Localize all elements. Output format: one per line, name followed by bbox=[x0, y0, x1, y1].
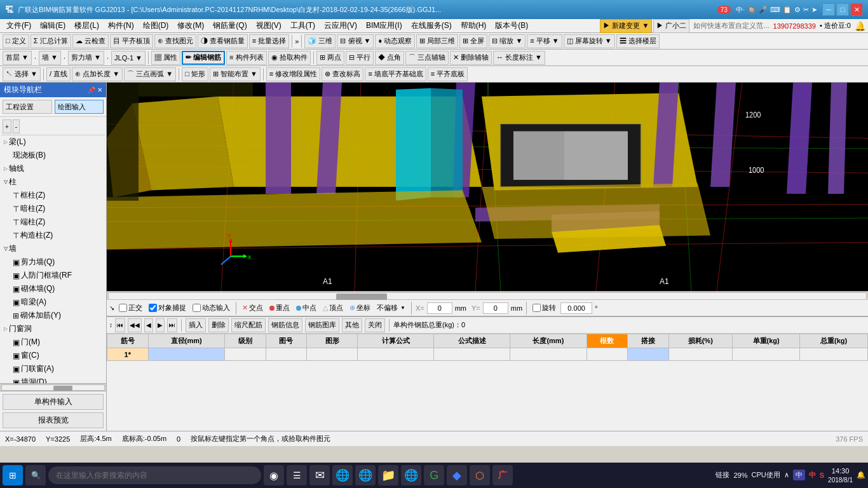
btn-3d[interactable]: 🧊 三维 bbox=[304, 34, 336, 48]
snap-coord[interactable]: ⊕ 坐标 bbox=[348, 302, 372, 313]
cell-desc[interactable] bbox=[510, 348, 587, 361]
tree-door-window-combo[interactable]: ▣ 门联窗(A) bbox=[10, 362, 105, 376]
tree-tool-plus[interactable]: + bbox=[3, 119, 11, 133]
cell-fig-no[interactable] bbox=[307, 348, 358, 361]
menu-rebar-qty[interactable]: 钢筋量(Q) bbox=[209, 19, 250, 32]
close-button[interactable]: ✕ bbox=[850, 3, 863, 16]
btn-del-aux[interactable]: ✕ 删除辅轴 bbox=[450, 51, 492, 65]
shear-wall-select[interactable]: 剪力墙 ▼ bbox=[68, 51, 104, 65]
dynamic-input-checkbox[interactable] bbox=[193, 304, 201, 312]
btn-batch-select[interactable]: ≡ 批量选择 bbox=[249, 34, 289, 48]
btn-mod-seg[interactable]: ≡ 修改增段属性 bbox=[266, 67, 320, 81]
btn-zoom[interactable]: ⊟ 缩放 ▼ bbox=[489, 34, 526, 48]
btn-calc[interactable]: Σ 汇总计算 bbox=[31, 34, 71, 48]
menu-version[interactable]: 版本号(B) bbox=[491, 19, 532, 32]
btn-fullscreen[interactable]: ⊞ 全屏 bbox=[459, 34, 487, 48]
app-icon-4[interactable]: 📁 bbox=[378, 465, 398, 485]
new-change-btn[interactable]: ▶ 新建变更 ▼ bbox=[600, 19, 652, 33]
btn-edit-rebar[interactable]: ✏ 编辑钢筋 bbox=[182, 51, 225, 65]
menu-component[interactable]: 构件(N) bbox=[104, 19, 138, 32]
tree-civil-defense-wall[interactable]: ▣ 人防门框墙(RF bbox=[10, 269, 105, 282]
btn-engineering[interactable]: 工程设置 bbox=[3, 100, 52, 114]
tree-masonry-rebar[interactable]: ⊞ 砌体加筋(Y) bbox=[10, 309, 105, 322]
btn-3pts-arc[interactable]: ⌒ 三点画弧 ▼ bbox=[124, 67, 176, 81]
app-icon-8[interactable]: ⬡ bbox=[470, 465, 490, 485]
btn-pick[interactable]: ◉ 拾取构件 bbox=[268, 51, 311, 65]
tree-window[interactable]: ▣ 窗(C) bbox=[10, 349, 105, 362]
app-icon-7[interactable]: ◆ bbox=[447, 465, 467, 485]
cell-length[interactable] bbox=[587, 348, 628, 361]
btn-nav-next[interactable]: ▶ bbox=[156, 318, 165, 332]
rotate-checkbox[interactable] bbox=[532, 304, 541, 312]
menu-file[interactable]: 文件(F) bbox=[3, 19, 35, 32]
maximize-button[interactable]: □ bbox=[836, 3, 849, 16]
btn-scale-rebar[interactable]: 缩尺配筋 bbox=[231, 318, 266, 332]
tree-end-col[interactable]: ⊤ 端柱(Z) bbox=[10, 215, 105, 229]
tree-masonry-wall[interactable]: ▣ 砌体墙(Q) bbox=[10, 282, 105, 295]
btn-rebar-lib[interactable]: 钢筋图库 bbox=[305, 318, 339, 332]
btn-flat-slab[interactable]: 目 平齐板顶 bbox=[110, 34, 153, 48]
btn-cloud-check[interactable]: ☁ 云检查 bbox=[72, 34, 109, 48]
minimize-button[interactable]: ─ bbox=[822, 3, 835, 16]
snap-no-offset[interactable]: 不偏移 ▼ bbox=[375, 302, 407, 313]
cell-splice[interactable] bbox=[668, 348, 732, 361]
tree-hidden-beam[interactable]: ▣ 暗梁(A) bbox=[10, 295, 105, 309]
notification-icon[interactable]: 🔔 bbox=[857, 471, 865, 479]
snap-vertex[interactable]: △ 顶点 bbox=[321, 302, 345, 313]
table-row[interactable]: 1* bbox=[107, 348, 868, 361]
tree-door[interactable]: ▣ 门(M) bbox=[10, 336, 105, 349]
h-scroll-thumb[interactable] bbox=[336, 294, 387, 300]
cell-loss[interactable] bbox=[732, 348, 800, 361]
antivirus-icon[interactable]: S bbox=[820, 471, 824, 479]
dynamic-input-toggle[interactable]: 动态输入 bbox=[191, 302, 232, 313]
tree-dark-col[interactable]: ⊤ 暗柱(Z) bbox=[10, 202, 105, 215]
btn-nav-last[interactable]: ⏭ bbox=[167, 318, 177, 332]
menu-modify[interactable]: 修改(M) bbox=[173, 19, 208, 32]
menu-draw[interactable]: 绘图(D) bbox=[139, 19, 173, 32]
btn-rebar-info[interactable]: 钢筋信息 bbox=[268, 318, 302, 332]
snap-midpoint[interactable]: 重点 bbox=[268, 302, 292, 313]
orthogonal-toggle[interactable]: 正交 bbox=[117, 302, 144, 313]
btn-report-preview[interactable]: 报表预览 bbox=[3, 412, 104, 428]
btn-floor-level[interactable]: ≡ 平齐底板 bbox=[428, 67, 468, 81]
menu-floor[interactable]: 楼层(L) bbox=[71, 19, 103, 32]
app-icon-2[interactable]: 🌐 bbox=[332, 465, 353, 485]
task-view-icon[interactable]: ☰ bbox=[287, 465, 307, 485]
sidebar-scrollbar[interactable] bbox=[0, 383, 106, 391]
btn-nav-prev2[interactable]: ◀◀ bbox=[128, 318, 142, 332]
btn-smart-layout[interactable]: ⊞ 智能布置 ▼ bbox=[210, 67, 261, 81]
tree-tool-minus[interactable]: - bbox=[13, 119, 20, 133]
btn-three-arc[interactable]: ⌒ 三点辅轴 bbox=[405, 51, 449, 65]
h-scrollbar-container[interactable] bbox=[107, 291, 868, 300]
btn-base-align[interactable]: ≡ 墙底平齐基础底 bbox=[365, 67, 426, 81]
menu-tools[interactable]: 工具(T) bbox=[287, 19, 319, 32]
btn-rebar-insert[interactable]: 插入 bbox=[186, 318, 206, 332]
y-input[interactable] bbox=[483, 302, 508, 314]
menu-cloud[interactable]: 云应用(V) bbox=[320, 19, 361, 32]
app-icon-3[interactable]: 🌐 bbox=[355, 465, 376, 485]
object-snap-checkbox[interactable] bbox=[149, 304, 157, 312]
btn-view-rebar[interactable]: ◑ 查看钢筋量 bbox=[198, 34, 248, 48]
btn-single-input[interactable]: 单构件输入 bbox=[3, 394, 104, 410]
tree-frame-col[interactable]: ⊤ 框柱(Z) bbox=[10, 189, 105, 202]
menu-help[interactable]: 帮助(H) bbox=[457, 19, 491, 32]
company-btn[interactable]: ▶ 广小二 bbox=[653, 19, 689, 33]
menu-bim[interactable]: BIM应用(I) bbox=[362, 19, 406, 32]
btn-corner[interactable]: ◆ 点角 bbox=[375, 51, 404, 65]
lang-icon[interactable]: 中 bbox=[793, 470, 805, 480]
tray-expand[interactable]: ∧ bbox=[784, 471, 789, 479]
rotate-toggle[interactable]: 旋转 bbox=[531, 302, 558, 313]
btn-pan[interactable]: ≡ 平移 ▼ bbox=[527, 34, 562, 48]
btn-length-mark[interactable]: ↔ 长度标注 ▼ bbox=[493, 51, 545, 65]
x-input[interactable] bbox=[427, 302, 452, 314]
tree-cast-slab[interactable]: 现浇板(B) bbox=[10, 149, 105, 162]
btn-parallel[interactable]: ⊟ 平行 bbox=[346, 51, 374, 65]
cell-bar-no[interactable] bbox=[148, 348, 225, 361]
ime-icon[interactable]: 中 bbox=[809, 470, 816, 480]
cortana-icon[interactable]: ◉ bbox=[264, 465, 284, 485]
tree-axis[interactable]: ▷ 轴线 bbox=[1, 162, 105, 175]
btn-two-points[interactable]: ⊞ 两点 bbox=[316, 51, 344, 65]
btn-local-3d[interactable]: ⊞ 局部三维 bbox=[416, 34, 458, 48]
tree-wall-hole[interactable]: ▣ 墙洞(D) bbox=[10, 376, 105, 383]
menu-edit[interactable]: 编辑(E) bbox=[36, 19, 69, 32]
